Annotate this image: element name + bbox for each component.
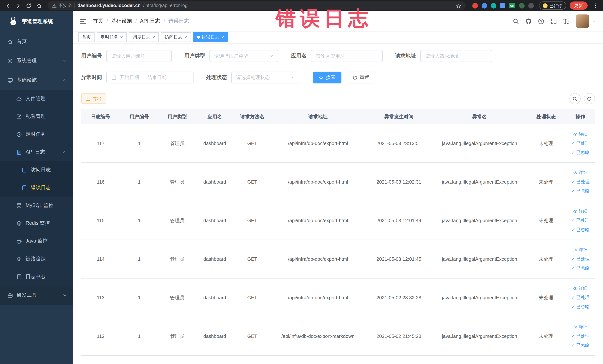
detail-link[interactable]: 详细 (568, 207, 593, 216)
chevron-down-icon[interactable] (592, 19, 596, 23)
paused-badge[interactable]: 已暂停 (539, 1, 566, 10)
mark-processed-link[interactable]: ✓已处理 (568, 293, 593, 302)
close-icon[interactable]: × (152, 35, 155, 39)
tab-scheduled-jobs[interactable]: 定时任务× (97, 32, 127, 42)
column-header-actions: 操作 (566, 109, 595, 124)
github-button[interactable] (525, 18, 532, 24)
browser-reload-button[interactable] (24, 1, 33, 10)
extension-icon-2[interactable] (482, 3, 487, 8)
breadcrumb-item[interactable]: 首页 (93, 18, 103, 24)
sidebar-item-java-monitor[interactable]: Java 监控 (0, 232, 73, 250)
tab-home[interactable]: 首页 (78, 32, 94, 42)
breadcrumb-separator: / (164, 18, 165, 24)
detail-link[interactable]: 详细 (568, 245, 593, 254)
process-status-select[interactable]: 请选择处理状态 (231, 71, 300, 83)
mark-ignored-link[interactable]: ✓已忽略 (568, 264, 593, 273)
breadcrumb-item[interactable]: 基础设施 (111, 18, 132, 24)
reset-button[interactable]: 重置 (347, 71, 375, 83)
extension-icon-6[interactable] (528, 3, 534, 8)
check-icon: ✓ (571, 341, 575, 350)
cell-method: GET (233, 317, 271, 355)
mark-processed-link[interactable]: ✓已处理 (568, 216, 593, 225)
sidebar-item-scheduled-jobs[interactable]: 定时任务 (0, 125, 73, 143)
search-button-label: 搜索 (326, 74, 336, 81)
close-icon[interactable]: × (120, 35, 123, 39)
browser-update-button[interactable]: 更新 (570, 1, 587, 10)
app-name-input[interactable] (311, 50, 383, 62)
detail-link[interactable]: 详细 (568, 322, 593, 331)
action-label: 已处理 (576, 139, 590, 148)
sidebar-item-trace[interactable]: 链路追踪 (0, 250, 73, 268)
user-id-input[interactable] (106, 50, 172, 62)
mark-processed-link[interactable]: ✓已处理 (568, 254, 593, 264)
browser-forward-button[interactable] (13, 1, 23, 10)
sidebar-item-mysql-monitor[interactable]: MySQL 监控 (0, 197, 73, 214)
cell-app-name: dashboard (196, 124, 233, 163)
infrastructure-submenu: 文件管理 配置管理 定时任务 API 日志 (0, 90, 73, 286)
mark-ignored-link[interactable]: ✓已忽略 (568, 148, 593, 157)
tab-error-log[interactable]: 错误日志× (193, 32, 228, 42)
close-icon[interactable]: × (184, 35, 187, 39)
detail-link[interactable]: 详细 (568, 284, 593, 293)
warning-icon (52, 3, 57, 8)
site-security-indicator[interactable]: 不安全 (52, 2, 72, 9)
detail-link[interactable]: 详细 (568, 168, 593, 177)
tab-label: 首页 (82, 34, 91, 40)
action-label: 详细 (579, 168, 588, 177)
browser-back-button[interactable] (3, 1, 13, 10)
extension-icon-1[interactable] (472, 3, 478, 8)
header-search-button[interactable] (512, 18, 519, 24)
sidebar-item-infrastructure[interactable]: 基础设施 (0, 70, 73, 90)
sidebar-item-system-management[interactable]: 系统管理 (0, 51, 73, 70)
sidebar-item-config-management[interactable]: 配置管理 (0, 107, 73, 125)
breadcrumb-item[interactable]: API 日志 (140, 18, 160, 24)
tab-schedule-log[interactable]: 调度日志× (129, 32, 159, 42)
action-label: 已忽略 (576, 225, 590, 234)
exception-time-range-picker[interactable]: 开始日期 - 结束日期 (106, 71, 194, 83)
sidebar-item-error-log[interactable]: 错误日志 (0, 179, 73, 197)
browser-menu-button[interactable] (590, 1, 600, 10)
sidebar-item-access-log[interactable]: 访问日志 (0, 161, 73, 179)
sidebar-item-home[interactable]: 首页 (0, 32, 73, 51)
request-url-input[interactable] (420, 50, 492, 62)
hamburger-button[interactable] (80, 18, 87, 25)
extension-icon-4[interactable] (500, 3, 505, 8)
font-size-button[interactable] (563, 18, 569, 24)
refresh-table-button[interactable] (584, 93, 595, 104)
tab-access-log[interactable]: 访问日志× (161, 32, 191, 42)
detail-link[interactable]: 详细 (568, 129, 593, 139)
mark-processed-link[interactable]: ✓已处理 (568, 139, 593, 148)
cell-log-id: 113 (81, 278, 120, 317)
app-logo[interactable]: 芋道管理系统 (0, 11, 73, 32)
toggle-search-button[interactable] (569, 93, 580, 104)
fullscreen-button[interactable] (550, 18, 557, 24)
extension-icon-3[interactable] (491, 3, 496, 8)
user-type-select[interactable]: 请选择用户类型 (209, 50, 278, 62)
extension-icon-5[interactable] (519, 3, 525, 8)
action-label: 已处理 (576, 177, 590, 187)
sidebar-item-api-log[interactable]: API 日志 (0, 143, 73, 161)
help-button[interactable] (538, 18, 544, 24)
mark-processed-link[interactable]: ✓已处理 (568, 177, 593, 187)
smiley-icon (543, 3, 548, 8)
close-icon[interactable]: × (221, 35, 224, 39)
search-button[interactable]: 搜索 (313, 71, 341, 83)
address-bar[interactable]: 不安全 dashboard.yudao.iocoder.cn /infra/lo… (47, 1, 466, 10)
sidebar-item-log-center[interactable]: 日志中心 (0, 268, 73, 286)
mark-ignored-link[interactable]: ✓已忽略 (568, 341, 593, 350)
cell-log-id: 112 (81, 317, 120, 355)
document-icon (22, 167, 27, 173)
mark-ignored-link[interactable]: ✓已忽略 (568, 187, 593, 196)
browser-home-button[interactable] (34, 1, 44, 10)
export-button[interactable]: 导出 (81, 94, 106, 104)
mark-ignored-link[interactable]: ✓已忽略 (568, 225, 593, 234)
bookmark-star-button[interactable] (456, 2, 461, 9)
mark-processed-link[interactable]: ✓已处理 (568, 331, 593, 341)
user-avatar[interactable] (576, 14, 589, 28)
sidebar-item-redis-monitor[interactable]: Redis 监控 (0, 214, 73, 232)
action-label: 已忽略 (576, 341, 590, 350)
sidebar-item-dev-tools[interactable]: 研发工具 (0, 286, 73, 305)
sidebar-item-file-management[interactable]: 文件管理 (0, 90, 73, 107)
extension-on-badge[interactable]: on (509, 3, 515, 8)
mark-ignored-link[interactable]: ✓已忽略 (568, 302, 593, 312)
